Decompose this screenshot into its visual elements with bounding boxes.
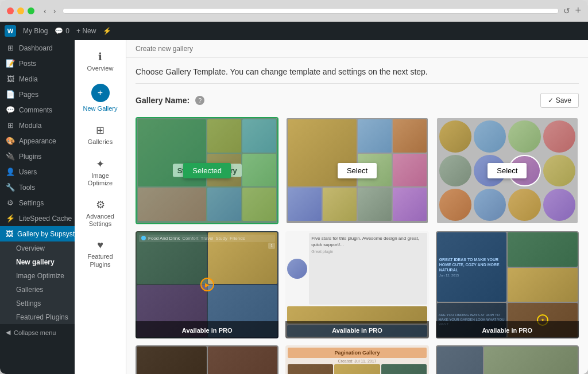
comments-bar-item[interactable]: 💬 0 xyxy=(55,27,69,35)
browser-window: ‹ › ↺ + W My Blog 💬 0 + New ⚡ ⊞ xyxy=(0,0,588,374)
sidebar-item-settings[interactable]: ⚙ Settings xyxy=(0,195,75,211)
sidebar-sub-featured[interactable]: Featured Plugins xyxy=(0,310,75,324)
back-button[interactable]: ‹ xyxy=(41,5,49,17)
sidebar-item-litespeed[interactable]: ⚡ LiteSpeed Cache xyxy=(0,211,75,226)
comments-count: 0 xyxy=(65,27,69,35)
sidebar-item-dashboard[interactable]: ⊞ Dashboard xyxy=(0,40,75,56)
plugin-nav-overview[interactable]: ℹ Overview xyxy=(78,46,123,77)
sidebar-item-tools[interactable]: 🔧 Tools xyxy=(0,180,75,195)
masonry-pro-overlay: Available in PRO xyxy=(436,321,579,338)
sidebar-label-posts: Posts xyxy=(19,60,36,68)
template-slideshow[interactable]: Food And Drink Comfort Travel Study Frie… xyxy=(136,231,278,338)
sidebar-sub-overview[interactable]: Overview xyxy=(0,241,75,255)
sidebar-item-appearance[interactable]: 🎨 Appearance xyxy=(0,133,75,149)
sidebar-item-gallery[interactable]: 🖼 Gallery by Supsystic xyxy=(0,226,75,241)
template-circular[interactable]: Select xyxy=(436,117,579,224)
breadcrumb: Create new gallery xyxy=(126,40,588,58)
sidebar-sub-new-gallery[interactable]: New gallery xyxy=(0,255,75,269)
sidebar-label-gallery: Gallery by Supsystic xyxy=(17,230,75,238)
forward-button[interactable]: › xyxy=(51,5,59,17)
template-blog-style[interactable]: Five stars for this plugin. Awesome desi… xyxy=(285,231,428,338)
content-area: Create new gallery Choose Gallery Templa… xyxy=(126,40,588,374)
users-icon: 👤 xyxy=(6,167,15,176)
sidebar-sub-settings[interactable]: Settings xyxy=(0,297,75,310)
collapse-label: Collapse menu xyxy=(14,329,56,336)
sidebar-sub-image-optimize[interactable]: Image Optimize xyxy=(0,269,75,283)
sidebar-label-dashboard: Dashboard xyxy=(19,44,53,52)
sidebar-item-plugins[interactable]: 🔌 Plugins xyxy=(0,149,75,164)
sidebar-item-media[interactable]: 🖼 Media xyxy=(0,71,75,87)
browser-chrome: ‹ › ↺ + xyxy=(0,0,588,22)
main-area: ℹ Overview + New Gallery ⊞ Galleries ✦ I… xyxy=(75,40,588,374)
url-bar[interactable] xyxy=(63,8,559,14)
sidebar-label-modula: Modula xyxy=(19,122,41,130)
sidebar-item-comments[interactable]: 💬 Comments xyxy=(0,102,75,118)
sidebar-item-users[interactable]: 👤 Users xyxy=(0,164,75,180)
site-name-bar-item[interactable]: My Blog xyxy=(23,27,48,35)
modula-icon: ⊞ xyxy=(6,121,15,130)
plugin-nav-image-optimize[interactable]: ✦ Image Optimize xyxy=(78,153,123,192)
dashboard-icon: ⊞ xyxy=(6,44,15,52)
sidebar-label-plugins: Plugins xyxy=(19,153,41,161)
traffic-lights xyxy=(7,7,34,14)
template-mosaic[interactable]: Select xyxy=(285,117,428,224)
plugin-nav-galleries[interactable]: ⊞ Galleries xyxy=(78,119,123,150)
gallery-template-grid: Standard Gallery Selected xyxy=(136,117,579,374)
overview-label: Overview xyxy=(87,65,114,72)
maximize-button[interactable] xyxy=(28,7,34,14)
tools-icon: 🔧 xyxy=(6,183,15,192)
new-gallery-label: New Gallery xyxy=(83,105,118,112)
settings-icon: ⚙ xyxy=(6,198,15,207)
sidebar-sub-galleries[interactable]: Galleries xyxy=(0,283,75,297)
sidebar-menu: ⊞ Dashboard 📝 Posts 🖼 Media 📄 Pages 💬 xyxy=(0,40,75,324)
featured-plugins-label: Featured Plugins xyxy=(81,253,120,268)
select-circular-button[interactable]: Select xyxy=(488,163,527,178)
gallery-page-title: Choose Gallery Template. You can change … xyxy=(136,67,428,76)
refresh-button[interactable]: ↺ xyxy=(563,6,570,15)
sidebar-label-tools: Tools xyxy=(19,184,35,192)
image-optimize-label: Image Optimize xyxy=(81,172,120,187)
close-button[interactable] xyxy=(7,7,14,14)
site-name-label: My Blog xyxy=(23,27,48,35)
save-button-label: ✓ Save xyxy=(548,96,571,104)
new-bar-item[interactable]: + New xyxy=(76,27,96,35)
slideshow-pro-overlay: Available in PRO xyxy=(136,321,278,338)
sidebar-label-pages: Pages xyxy=(19,91,38,99)
new-tab-button[interactable]: + xyxy=(575,5,581,17)
sidebar-label-settings: Settings xyxy=(19,199,44,207)
advanced-settings-icon: ⚙ xyxy=(96,198,105,211)
advanced-settings-label: Advanced Settings xyxy=(81,213,120,228)
breadcrumb-text: Create new gallery xyxy=(136,45,193,53)
template-standard[interactable]: Standard Gallery Selected xyxy=(136,117,278,224)
plugin-nav-featured-plugins[interactable]: ♥ Featured Plugins xyxy=(78,235,123,272)
gallery-name-label: Gallery Name: xyxy=(136,96,189,105)
nav-arrows: ‹ › xyxy=(41,5,58,17)
comments-icon: 💬 xyxy=(55,27,63,35)
wp-logo: W xyxy=(5,25,16,37)
gallery-icon: 🖼 xyxy=(6,229,13,238)
collapse-icon: ◀ xyxy=(6,329,10,336)
help-icon[interactable]: ? xyxy=(195,96,204,105)
wp-admin-bar-item[interactable]: W xyxy=(5,25,16,37)
performance-bar-item[interactable]: ⚡ xyxy=(103,27,111,35)
minimize-button[interactable] xyxy=(17,7,24,14)
litespeed-icon: ⚡ xyxy=(6,214,15,223)
new-gallery-icon: + xyxy=(91,84,110,102)
template-portfolio[interactable]: Available in PRO xyxy=(436,345,579,374)
template-pagination[interactable]: Pagination Gallery Created: Jul 11, 2017… xyxy=(285,345,428,374)
collapse-menu[interactable]: ◀ Collapse menu xyxy=(0,324,75,341)
sidebar-submenu: Overview New gallery Image Optimize Gall… xyxy=(0,241,75,324)
select-mosaic-button[interactable]: Select xyxy=(338,163,377,178)
save-button[interactable]: ✓ Save xyxy=(540,93,579,108)
plugin-nav-new-gallery[interactable]: + New Gallery xyxy=(78,79,123,117)
sidebar-item-modula[interactable]: ⊞ Modula xyxy=(0,118,75,133)
image-optimize-icon: ✦ xyxy=(96,158,105,170)
plugin-nav-advanced-settings[interactable]: ⚙ Advanced Settings xyxy=(78,194,123,232)
media-icon: 🖼 xyxy=(6,75,15,83)
select-standard-button[interactable]: Selected xyxy=(183,163,231,178)
wp-layout: ⊞ Dashboard 📝 Posts 🖼 Media 📄 Pages 💬 xyxy=(0,40,588,374)
template-categories[interactable]: Categories Gallery SUPSYSTIC Available i… xyxy=(136,345,278,374)
template-masonry-pro[interactable]: GREAT IDEAS TO MAKE YOUR HOME CUTE, COZY… xyxy=(436,231,579,338)
sidebar-item-pages[interactable]: 📄 Pages xyxy=(0,87,75,102)
sidebar-item-posts[interactable]: 📝 Posts xyxy=(0,56,75,71)
